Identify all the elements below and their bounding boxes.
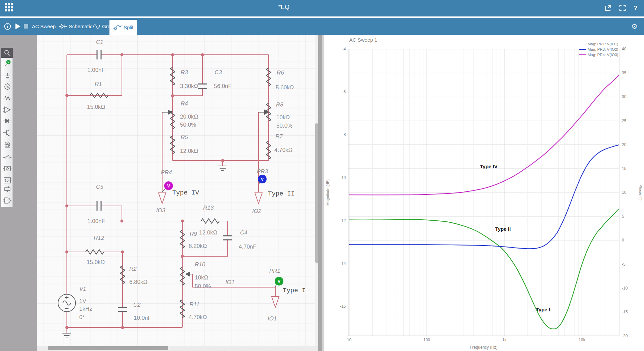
value-label: 15.0kΩ <box>87 259 105 266</box>
phase-tick-label: 30 <box>622 94 627 99</box>
ref-label: R9 <box>190 231 197 237</box>
voltage-probe-icon[interactable]: V <box>1 58 13 68</box>
value-label: 56.0nF <box>214 83 232 90</box>
legend-entry[interactable]: Mag: PR4: V(IO3) <box>579 53 618 57</box>
main-area: V <box>0 35 644 351</box>
svg-text:V: V <box>167 183 170 188</box>
diode-icon[interactable] <box>1 116 13 126</box>
y-axis-title-right: Phase (°) <box>639 184 643 201</box>
ac-sweep-chart: 4035302520151050-5-10-15-20101001k10k-4-… <box>324 35 644 351</box>
ref-label: R10 <box>195 261 205 268</box>
help-icon[interactable]: ? <box>632 4 639 12</box>
split-icon <box>113 25 122 31</box>
logic-gate-icon[interactable] <box>1 195 13 206</box>
phase-tick-label: 40 <box>622 47 627 51</box>
value-label: 12.0kΩ <box>180 148 198 155</box>
tab-schematic-label: Schematic <box>69 24 92 29</box>
svg-text:V: V <box>7 61 9 64</box>
schematic-icon <box>59 24 67 29</box>
magnitude-tick-label: -10 <box>340 175 346 180</box>
x-axis-title: Frequency (Hz) <box>470 345 498 350</box>
phase-tick-label: 25 <box>622 119 627 123</box>
ref-label: C5 <box>96 184 103 190</box>
ref-label: R13 <box>203 205 214 211</box>
magnitude-tick-label: -14 <box>340 261 346 266</box>
phase-tick-label: 35 <box>622 71 627 75</box>
value-label: 3.30kΩ <box>180 83 198 90</box>
titlebar: *EQ ? <box>0 0 644 17</box>
value-label: 12.0kΩ <box>199 229 217 236</box>
phase-tick-label: -10 <box>622 286 628 291</box>
ref-label: C3 <box>215 69 222 76</box>
ac-source-v1[interactable] <box>58 294 76 312</box>
ref-label: R7 <box>275 133 283 140</box>
value-label: 1V <box>79 298 86 305</box>
legend-label: Mag: PR4: V(IO3) <box>588 53 618 57</box>
controlled-source-icon[interactable] <box>1 164 13 174</box>
x-tick-label: 10 <box>347 338 352 342</box>
ground-icon[interactable] <box>1 71 13 81</box>
probe-label: PR4 <box>161 169 172 176</box>
schematic-horizontal-scrollbar[interactable] <box>37 346 318 351</box>
ref-label: R2 <box>129 266 137 272</box>
magnitude-tick-label: -12 <box>340 218 346 223</box>
schematic-canvas[interactable]: V V V C1 1.00nF R1 15.0kΩ R3 3.30kΩ C3 5… <box>37 35 318 346</box>
value-label: 15.0kΩ <box>87 104 105 111</box>
phase-tick-label: 5 <box>622 214 624 219</box>
stop-button[interactable] <box>24 18 28 35</box>
ref-label: C2 <box>133 302 141 308</box>
probe-label: PR1 <box>269 268 280 274</box>
connector-block-icon[interactable] <box>1 184 13 194</box>
svg-text:V: V <box>278 279 281 284</box>
annotation-type-i: Type I <box>283 287 306 294</box>
transistor-icon[interactable] <box>1 128 13 138</box>
toolbar: AC Sweep ▼ Schematic Grapher Split ⚙ <box>0 18 644 35</box>
value-label: 0° <box>79 314 85 321</box>
curve-annotation: Type I <box>536 307 550 312</box>
ac-source-icon[interactable] <box>1 82 13 92</box>
lamp-icon[interactable] <box>1 140 13 150</box>
tab-schematic[interactable]: Schematic <box>59 18 92 35</box>
phase-tick-label: -20 <box>622 334 628 338</box>
pane-divider[interactable] <box>322 35 324 351</box>
probe-label: PR3 <box>257 168 268 175</box>
percent-label: 50.0% <box>276 123 292 129</box>
resistor-icon[interactable] <box>1 93 13 103</box>
tab-split[interactable]: Split <box>109 20 137 35</box>
scrollbar-thumb[interactable] <box>315 123 318 263</box>
connector-label: IO3 <box>156 207 165 214</box>
tab-split-label: Split <box>124 25 133 30</box>
opamp-icon[interactable] <box>1 105 13 115</box>
annotation-type-ii: Type II <box>268 190 295 198</box>
value-label: 10kΩ <box>195 274 208 281</box>
apps-grid-icon[interactable] <box>5 3 13 12</box>
legend-entry[interactable]: Mag: PR3: V(IO2) <box>579 47 618 51</box>
value-label: 1.00nF <box>87 67 105 74</box>
value-label: 10.0nF <box>134 315 151 321</box>
y-axis-title-left: Magnitude (dB) <box>326 179 330 206</box>
grapher-icon <box>93 24 100 29</box>
info-icon[interactable] <box>4 18 11 35</box>
fullscreen-icon[interactable] <box>619 5 626 12</box>
settings-gear-icon[interactable]: ⚙ <box>631 18 638 35</box>
document-title: *EQ <box>278 4 289 11</box>
analysis-label: AC Sweep <box>32 24 56 29</box>
schematic-vertical-scrollbar[interactable] <box>315 35 318 346</box>
magnitude-tick-label: -6 <box>342 90 346 94</box>
open-in-new-icon[interactable] <box>604 5 612 12</box>
phase-tick-label: -15 <box>622 310 628 314</box>
magnitude-tick-label: -4 <box>342 47 346 51</box>
value-label: 1kHz <box>79 306 92 312</box>
switch-icon[interactable] <box>1 152 13 162</box>
magnitude-tick-label: -8 <box>342 132 346 137</box>
ref-label: R6 <box>277 70 284 76</box>
legend-entry[interactable]: Mag: PR1: V(IO1) <box>579 42 618 46</box>
ref-label: R3 <box>181 69 188 76</box>
value-label: 6.80kΩ <box>129 279 147 286</box>
phase-tick-label: 0 <box>622 238 624 243</box>
legend-label: Mag: PR3: V(IO2) <box>588 47 618 51</box>
search-icon[interactable] <box>1 48 13 58</box>
scrollbar-thumb[interactable] <box>48 346 168 350</box>
run-button[interactable] <box>15 18 20 35</box>
analysis-dropdown[interactable]: AC Sweep ▼ <box>32 18 62 35</box>
